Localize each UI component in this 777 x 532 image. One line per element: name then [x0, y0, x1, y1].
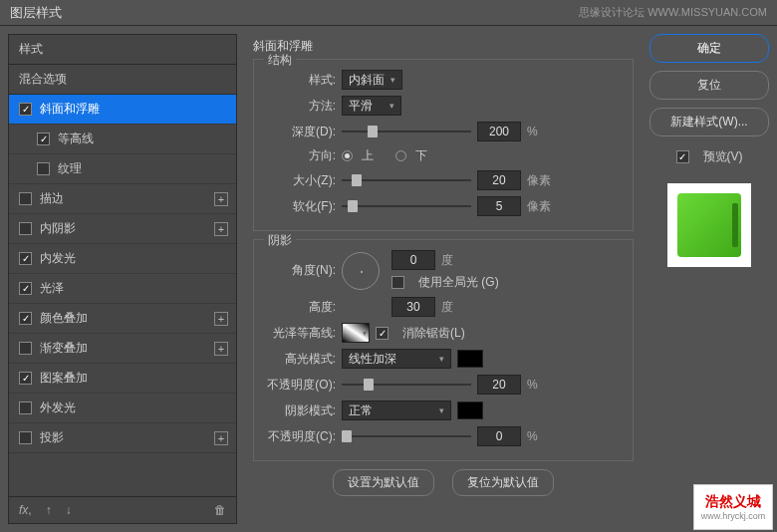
- highlight-mode-label: 高光模式:: [262, 351, 336, 368]
- direction-label: 方向:: [262, 147, 336, 164]
- dialog-title: 图层样式: [10, 4, 62, 22]
- checkbox-icon[interactable]: [19, 431, 32, 444]
- cancel-button[interactable]: 复位: [649, 71, 769, 100]
- size-slider[interactable]: [342, 173, 471, 187]
- highlight-color-swatch[interactable]: [457, 350, 483, 368]
- style-label: 斜面和浮雕: [40, 101, 100, 118]
- style-row-inner-shadow[interactable]: 内阴影 +: [9, 214, 236, 244]
- style-label: 内发光: [40, 250, 76, 267]
- style-label: 渐变叠加: [40, 340, 88, 357]
- size-label: 大小(Z):: [262, 172, 336, 189]
- checkbox-icon[interactable]: [19, 312, 32, 325]
- make-default-button[interactable]: 设置为默认值: [333, 469, 434, 496]
- sh-opacity-label: 不透明度(C):: [262, 428, 336, 445]
- direction-up-radio[interactable]: [342, 150, 353, 161]
- style-row-contour[interactable]: 等高线: [9, 125, 236, 154]
- structure-fieldset: 结构 样式: 内斜面▾ 方法: 平滑▾ 深度(D): 200 % 方向:: [253, 59, 634, 231]
- chevron-down-icon: ▾: [390, 75, 395, 85]
- style-row-satin[interactable]: 光泽: [9, 274, 236, 304]
- preview-checkbox[interactable]: [676, 150, 689, 163]
- style-label: 内阴影: [40, 220, 76, 237]
- style-row-gradient-overlay[interactable]: 渐变叠加 +: [9, 334, 236, 364]
- angle-dial[interactable]: [342, 252, 380, 290]
- fx-icon[interactable]: fx,: [19, 503, 32, 517]
- antialias-checkbox[interactable]: [376, 327, 388, 340]
- gloss-label: 光泽等高线:: [262, 325, 336, 342]
- dialog-body: 样式 混合选项 斜面和浮雕 等高线 纹理 描边 + 内阴影: [0, 26, 777, 532]
- global-light-checkbox[interactable]: [391, 276, 404, 289]
- depth-label: 深度(D):: [262, 124, 336, 140]
- plus-icon[interactable]: +: [214, 312, 228, 326]
- chevron-down-icon: ▾: [363, 329, 367, 338]
- depth-input[interactable]: 200: [477, 122, 521, 141]
- structure-legend: 结构: [264, 52, 296, 69]
- unit-label: 像素: [527, 198, 551, 215]
- highlight-mode-select[interactable]: 线性加深▾: [342, 349, 451, 369]
- shadow-mode-label: 阴影模式:: [262, 402, 336, 419]
- panel-title: 斜面和浮雕: [253, 38, 634, 55]
- soften-label: 软化(F):: [262, 198, 336, 215]
- soften-slider[interactable]: [342, 199, 471, 213]
- unit-label: %: [527, 125, 538, 138]
- plus-icon[interactable]: +: [214, 342, 228, 356]
- altitude-input[interactable]: 30: [391, 297, 435, 317]
- method-select[interactable]: 平滑▾: [342, 96, 401, 116]
- hl-opacity-slider[interactable]: [342, 378, 471, 392]
- arrow-down-icon[interactable]: ↓: [66, 503, 72, 517]
- style-row-stroke[interactable]: 描边 +: [9, 184, 236, 214]
- ok-button[interactable]: 确定: [649, 34, 769, 63]
- style-label: 描边: [40, 190, 64, 207]
- chevron-down-icon: ▾: [439, 354, 444, 364]
- style-label: 颜色叠加: [40, 310, 88, 327]
- size-input[interactable]: 20: [477, 170, 521, 190]
- shadow-mode-select[interactable]: 正常▾: [342, 400, 451, 420]
- styles-footer: fx, ↑ ↓ 🗑: [9, 496, 236, 523]
- action-panel: 确定 复位 新建样式(W)... 预览(V): [649, 34, 769, 524]
- arrow-up-icon[interactable]: ↑: [46, 503, 52, 517]
- chevron-down-icon: ▾: [389, 101, 394, 111]
- style-row-color-overlay[interactable]: 颜色叠加 +: [9, 304, 236, 334]
- angle-input[interactable]: 0: [391, 250, 435, 270]
- shading-legend: 阴影: [264, 232, 296, 249]
- style-row-texture[interactable]: 纹理: [9, 154, 236, 184]
- new-style-button[interactable]: 新建样式(W)...: [649, 108, 769, 136]
- checkbox-icon[interactable]: [19, 372, 32, 385]
- styles-panel: 样式 混合选项 斜面和浮雕 等高线 纹理 描边 + 内阴影: [8, 34, 237, 524]
- style-row-drop-shadow[interactable]: 投影 +: [9, 423, 236, 453]
- direction-down-radio[interactable]: [395, 150, 406, 161]
- hl-opacity-label: 不透明度(O):: [262, 377, 336, 394]
- style-row-bevel[interactable]: 斜面和浮雕: [9, 95, 236, 125]
- plus-icon[interactable]: +: [214, 192, 228, 206]
- trash-icon[interactable]: 🗑: [214, 503, 226, 517]
- shadow-color-swatch[interactable]: [457, 401, 483, 419]
- style-label: 光泽: [40, 280, 64, 297]
- plus-icon[interactable]: +: [214, 431, 228, 445]
- preview-thumbnail: [667, 183, 751, 267]
- blend-options-row[interactable]: 混合选项: [9, 65, 236, 95]
- style-label: 外发光: [40, 399, 76, 416]
- checkbox-icon[interactable]: [37, 162, 50, 175]
- checkbox-icon[interactable]: [19, 401, 32, 414]
- gloss-contour-picker[interactable]: ▾: [342, 323, 370, 343]
- altitude-label: 高度:: [262, 299, 336, 316]
- checkbox-icon[interactable]: [37, 133, 50, 145]
- sh-opacity-slider[interactable]: [342, 429, 471, 443]
- checkbox-icon[interactable]: [19, 222, 32, 235]
- depth-slider[interactable]: [342, 125, 471, 138]
- style-select[interactable]: 内斜面▾: [342, 70, 402, 90]
- styles-header[interactable]: 样式: [9, 35, 236, 65]
- style-row-outer-glow[interactable]: 外发光: [9, 394, 236, 423]
- style-row-inner-glow[interactable]: 内发光: [9, 244, 236, 274]
- shading-fieldset: 阴影 角度(N): 0 度 使用全局光 (G): [253, 239, 634, 461]
- reset-default-button[interactable]: 复位为默认值: [452, 469, 554, 496]
- checkbox-icon[interactable]: [19, 252, 32, 265]
- checkbox-icon[interactable]: [19, 103, 32, 116]
- checkbox-icon[interactable]: [19, 192, 32, 205]
- plus-icon[interactable]: +: [214, 222, 228, 236]
- checkbox-icon[interactable]: [19, 282, 32, 295]
- sh-opacity-input[interactable]: 0: [477, 426, 521, 446]
- hl-opacity-input[interactable]: 20: [477, 375, 521, 395]
- style-row-pattern-overlay[interactable]: 图案叠加: [9, 364, 236, 394]
- soften-input[interactable]: 5: [477, 196, 521, 216]
- checkbox-icon[interactable]: [19, 342, 32, 355]
